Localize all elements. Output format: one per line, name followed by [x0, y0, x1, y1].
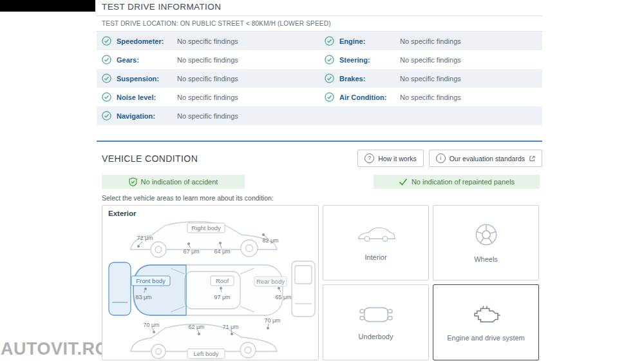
finding-label: Air Condition:: [339, 93, 395, 101]
test-drive-row: Gears: No specific findings Steering: No…: [97, 50, 542, 69]
check-circle-icon: [325, 74, 334, 83]
test-drive-row: Noise level: No specific findings Air Co…: [97, 88, 542, 106]
finding-cell-empty: [319, 106, 542, 125]
finding-value: No specific findings: [400, 37, 461, 45]
svg-text:Left body: Left body: [193, 350, 218, 357]
selection-hint: Select the vehicle areas to learn more a…: [97, 194, 542, 202]
exterior-panel: 72 μm 67 μm 64 μm 82 μm 83 μm 97 μm 65 μ…: [102, 205, 319, 360]
condition-panels: 72 μm 67 μm 64 μm 82 μm 83 μm 97 μm 65 μ…: [97, 205, 542, 360]
check-circle-icon: [325, 36, 334, 46]
external-link-icon: [529, 155, 535, 162]
measurement-front: 83 μm: [135, 294, 151, 300]
car-paint-diagram: 72 μm 67 μm 64 μm 82 μm 83 μm 97 μm 65 μ…: [102, 206, 319, 361]
tile-underbody[interactable]: Underbody: [323, 284, 429, 360]
area-label-roof[interactable]: Roof: [211, 276, 234, 286]
finding-cell: Gears: No specific findings: [97, 50, 319, 69]
tile-wheels[interactable]: Wheels: [433, 205, 539, 280]
front-view-car-outline[interactable]: [109, 262, 131, 315]
measurement-bottom-a: 70 μm: [143, 322, 159, 328]
measurement-top-c: 64 μm: [214, 248, 230, 255]
finding-value: No specific findings: [177, 75, 238, 83]
check-circle-icon: [102, 111, 111, 121]
area-label-rear-body[interactable]: Rear body: [254, 277, 287, 286]
engine-icon: [471, 304, 502, 326]
svg-text:Roof: Roof: [216, 277, 229, 284]
check-circle-icon: [102, 92, 111, 102]
how-it-works-button[interactable]: ? How it works: [357, 150, 424, 167]
evaluation-standards-button[interactable]: i Our evaluation standards: [429, 150, 542, 167]
measurement-top-d: 82 μm: [262, 237, 278, 244]
no-repaint-label: No indication of repainted panels: [412, 178, 515, 186]
tile-label: Underbody: [359, 333, 393, 340]
check-circle-icon: [102, 36, 111, 46]
area-label-left-body[interactable]: Left body: [187, 349, 225, 358]
measurement-roof: 97 μm: [214, 294, 230, 300]
finding-label: Noise level:: [117, 93, 172, 101]
watermark: AUTOVIT.RO: [1, 339, 109, 359]
svg-text:Front body: Front body: [136, 277, 166, 284]
finding-value: No specific findings: [400, 93, 461, 101]
measurement-rear: 65 μm: [275, 294, 291, 300]
tile-engine[interactable]: Engine and drive system: [433, 284, 539, 360]
finding-value: No specific findings: [177, 37, 238, 45]
svg-text:Rear body: Rear body: [256, 278, 285, 285]
vc-header-buttons: ? How it works i Our evaluation standard…: [357, 150, 542, 167]
vehicle-condition-header: VEHICLE CONDITION ? How it works i Our e…: [97, 150, 542, 167]
finding-value: No specific findings: [177, 93, 238, 101]
finding-value: No specific findings: [400, 56, 461, 64]
car-side-icon: [356, 224, 396, 245]
test-drive-row: Suspension: No specific findings Brakes:…: [97, 69, 542, 88]
finding-label: Speedometer:: [117, 37, 172, 45]
finding-cell: Brakes: No specific findings: [319, 69, 542, 88]
finding-label: Engine:: [339, 37, 395, 45]
finding-label: Steering:: [339, 56, 395, 64]
finding-value: No specific findings: [177, 56, 238, 64]
section-divider: [97, 141, 542, 142]
measurement-bottom-c: 71 μm: [222, 324, 238, 330]
check-icon: [399, 178, 408, 186]
test-drive-table: Speedometer: No specific findings Engine…: [97, 32, 542, 125]
area-label-right-body[interactable]: Right body: [187, 223, 225, 233]
svg-text:Right body: Right body: [191, 224, 221, 231]
wheel-icon: [474, 222, 498, 247]
how-it-works-label: How it works: [378, 155, 417, 162]
finding-value: No specific findings: [177, 112, 238, 120]
vehicle-condition-title: VEHICLE CONDITION: [102, 153, 198, 164]
finding-cell: Speedometer: No specific findings: [97, 32, 319, 50]
exterior-title: Exterior: [108, 210, 136, 217]
finding-cell: Suspension: No specific findings: [97, 69, 319, 88]
tile-label: Wheels: [474, 255, 498, 263]
finding-cell: Air Condition: No specific findings: [319, 88, 542, 106]
tile-interior[interactable]: Interior: [323, 205, 429, 280]
measurement-top-b: 67 μm: [183, 248, 199, 255]
question-circle-icon: ?: [365, 153, 374, 163]
finding-label: Brakes:: [339, 75, 395, 83]
test-drive-row: Navigation: No specific findings: [97, 106, 542, 125]
test-drive-location: TEST DRIVE LOCATION: ON PUBLIC STREET < …: [97, 16, 542, 32]
finding-cell: Navigation: No specific findings: [97, 106, 319, 125]
no-accident-label: No indication of accident: [141, 178, 218, 186]
tile-label: Engine and drive system: [447, 334, 524, 342]
finding-value: No specific findings: [400, 75, 461, 83]
evaluation-standards-label: Our evaluation standards: [450, 155, 525, 162]
check-circle-icon: [102, 74, 111, 83]
finding-label: Suspension:: [117, 75, 172, 83]
no-repaint-badge: No indication of repainted panels: [374, 175, 540, 189]
finding-cell: Engine: No specific findings: [319, 32, 542, 50]
check-circle-icon: [102, 55, 111, 64]
front-body-highlight[interactable]: [133, 265, 186, 315]
finding-cell: Steering: No specific findings: [319, 50, 542, 69]
rear-view-car-outline: [292, 261, 315, 317]
measurement-bottom-b: 62 μm: [188, 324, 204, 330]
top-left-black-strip: [0, 0, 95, 12]
report-content: TEST DRIVE INFORMATION TEST DRIVE LOCATI…: [97, 0, 542, 360]
underbody-icon: [359, 305, 393, 324]
finding-label: Navigation:: [117, 112, 172, 120]
test-drive-row: Speedometer: No specific findings Engine…: [97, 32, 542, 50]
finding-cell: Noise level: No specific findings: [97, 88, 319, 106]
area-label-front-body[interactable]: Front body: [131, 276, 170, 286]
measurement-bottom-d: 70 μm: [264, 317, 280, 324]
tile-label: Interior: [365, 253, 386, 261]
test-drive-section-title: TEST DRIVE INFORMATION: [97, 0, 542, 16]
check-circle-icon: [325, 92, 334, 102]
